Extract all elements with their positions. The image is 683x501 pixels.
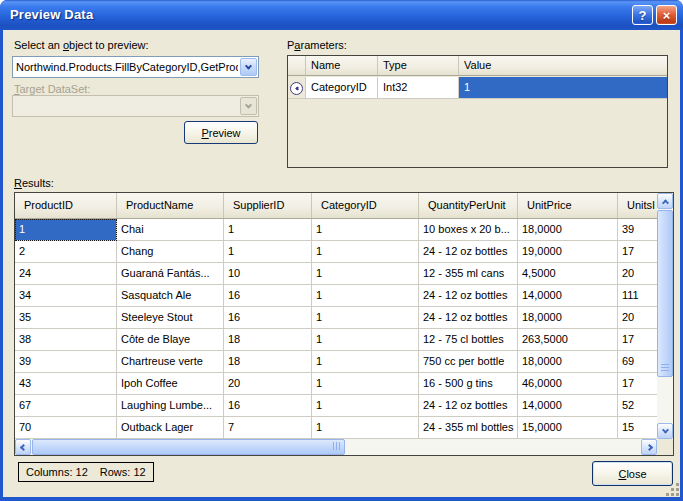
results-cell[interactable]: Steeleye Stout — [117, 307, 224, 329]
results-cell[interactable]: 35 — [15, 307, 117, 329]
results-column-header[interactable]: UnitPrice — [518, 193, 618, 218]
results-cell[interactable]: 1 — [312, 307, 419, 329]
results-cell[interactable]: 1 — [312, 329, 419, 351]
results-cell[interactable]: 15 — [618, 417, 657, 439]
results-cell[interactable]: 18,0000 — [518, 219, 618, 241]
results-cell[interactable]: 15,0000 — [518, 417, 618, 439]
results-cell[interactable]: Ipoh Coffee — [117, 373, 224, 395]
results-cell[interactable]: Outback Lager — [117, 417, 224, 439]
results-cell[interactable]: 69 — [618, 351, 657, 373]
help-button[interactable]: ? — [632, 5, 653, 25]
results-cell[interactable]: 20 — [224, 373, 312, 395]
results-cell[interactable]: Guaraná Fantás... — [117, 263, 224, 285]
parameter-type-cell[interactable]: Int32 — [378, 77, 459, 98]
results-cell[interactable]: 10 boxes x 20 b... — [419, 219, 518, 241]
results-cell[interactable]: 1 — [224, 241, 312, 263]
results-column-header[interactable]: UnitsI — [618, 193, 657, 218]
results-cell[interactable]: 4,5000 — [518, 263, 618, 285]
parameters-value-header[interactable]: Value — [459, 56, 667, 75]
scroll-up-button[interactable] — [657, 193, 673, 209]
results-cell[interactable]: 39 — [15, 351, 117, 373]
results-cell[interactable]: 46,0000 — [518, 373, 618, 395]
parameters-name-header[interactable]: Name — [306, 56, 378, 75]
results-cell[interactable]: 12 - 75 cl bottles — [419, 329, 518, 351]
results-cell[interactable]: Laughing Lumbe... — [117, 395, 224, 417]
scroll-down-button[interactable] — [657, 423, 673, 439]
results-cell[interactable]: 20 — [618, 263, 657, 285]
results-column-header[interactable]: ProductName — [117, 193, 224, 218]
results-cell[interactable]: 17 — [618, 241, 657, 263]
results-cell[interactable]: Chang — [117, 241, 224, 263]
parameters-row-header[interactable] — [288, 77, 306, 98]
titlebar[interactable]: Preview Data ? × — [0, 0, 683, 30]
results-cell[interactable]: 263,5000 — [518, 329, 618, 351]
results-cell[interactable]: 1 — [312, 219, 419, 241]
results-column-header[interactable]: SupplierID — [224, 193, 312, 218]
parameters-corner-header[interactable] — [288, 56, 306, 75]
scroll-left-button[interactable] — [15, 439, 31, 455]
results-cell[interactable]: 18,0000 — [518, 351, 618, 373]
object-combobox-dropdown-button[interactable] — [240, 58, 257, 76]
results-cell[interactable]: 1 — [312, 373, 419, 395]
results-cell[interactable]: 18 — [224, 351, 312, 373]
results-cell[interactable]: 1 — [312, 395, 419, 417]
horizontal-scrollbar[interactable] — [15, 439, 657, 455]
results-cell[interactable]: 18,0000 — [518, 307, 618, 329]
parameters-type-header[interactable]: Type — [378, 56, 459, 75]
parameter-value-cell[interactable]: 1 — [459, 77, 667, 98]
results-cell[interactable]: 24 - 12 oz bottles — [419, 285, 518, 307]
results-cell[interactable]: 24 - 12 oz bottles — [419, 241, 518, 263]
scroll-right-button[interactable] — [641, 439, 657, 455]
object-combobox[interactable]: Northwind.Products.FillByCategoryID,GetP… — [12, 56, 259, 78]
results-cell[interactable]: 67 — [15, 395, 117, 417]
results-column-header[interactable]: CategoryID — [312, 193, 419, 218]
results-cell[interactable]: Sasquatch Ale — [117, 285, 224, 307]
resize-grip[interactable] — [666, 483, 680, 497]
results-cell[interactable]: 10 — [224, 263, 312, 285]
results-cell[interactable]: 14,0000 — [518, 395, 618, 417]
titlebar-close-button[interactable]: × — [656, 5, 677, 25]
vertical-scrollbar-thumb[interactable] — [657, 210, 673, 377]
results-cell[interactable]: 16 — [224, 395, 312, 417]
results-cell[interactable]: 16 - 500 g tins — [419, 373, 518, 395]
results-cell[interactable]: 38 — [15, 329, 117, 351]
results-cell[interactable]: 750 cc per bottle — [419, 351, 518, 373]
results-cell[interactable]: 52 — [618, 395, 657, 417]
results-cell[interactable]: 18 — [224, 329, 312, 351]
results-cell[interactable]: 12 - 355 ml cans — [419, 263, 518, 285]
results-cell[interactable]: 24 — [15, 263, 117, 285]
results-cell[interactable]: 1 — [15, 219, 117, 241]
results-cell[interactable]: 39 — [618, 219, 657, 241]
results-cell[interactable]: 7 — [224, 417, 312, 439]
results-cell[interactable]: Chai — [117, 219, 224, 241]
results-cell[interactable]: 43 — [15, 373, 117, 395]
results-cell[interactable]: 2 — [15, 241, 117, 263]
results-cell[interactable]: 24 - 12 oz bottles — [419, 307, 518, 329]
results-cell[interactable]: 1 — [312, 417, 419, 439]
results-cell[interactable]: 111 — [618, 285, 657, 307]
vertical-scrollbar[interactable] — [657, 193, 673, 439]
results-cell[interactable]: Côte de Blaye — [117, 329, 224, 351]
parameter-name-cell[interactable]: CategoryID — [306, 77, 378, 98]
results-cell[interactable]: 17 — [618, 329, 657, 351]
results-column-header[interactable]: ProductID — [15, 193, 117, 218]
results-column-header[interactable]: QuantityPerUnit — [419, 193, 518, 218]
results-cell[interactable]: 34 — [15, 285, 117, 307]
results-cell[interactable]: 17 — [618, 373, 657, 395]
results-cell[interactable]: 24 - 355 ml bottles — [419, 417, 518, 439]
results-cell[interactable]: 1 — [312, 285, 419, 307]
results-cell[interactable]: 24 - 12 oz bottles — [419, 395, 518, 417]
results-cell[interactable]: 16 — [224, 285, 312, 307]
horizontal-scrollbar-thumb[interactable] — [32, 439, 345, 455]
results-cell[interactable]: 14,0000 — [518, 285, 618, 307]
results-cell[interactable]: 70 — [15, 417, 117, 439]
results-cell[interactable]: Chartreuse verte — [117, 351, 224, 373]
results-cell[interactable]: 1 — [224, 219, 312, 241]
results-cell[interactable]: 1 — [312, 263, 419, 285]
results-cell[interactable]: 1 — [312, 241, 419, 263]
preview-button[interactable]: Preview — [184, 121, 258, 144]
close-button[interactable]: Close — [592, 461, 673, 486]
results-cell[interactable]: 1 — [312, 351, 419, 373]
results-cell[interactable]: 16 — [224, 307, 312, 329]
results-cell[interactable]: 20 — [618, 307, 657, 329]
